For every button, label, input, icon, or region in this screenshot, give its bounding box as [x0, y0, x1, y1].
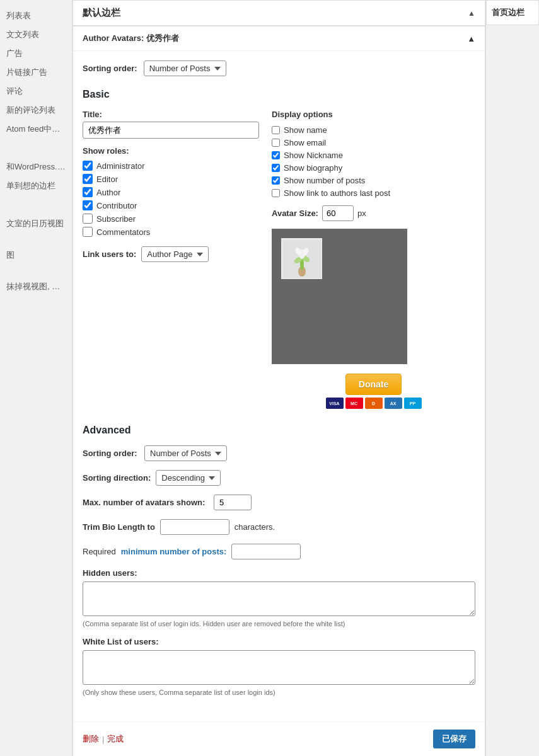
role-contributor-label: Contributor: [96, 201, 137, 210]
title-input[interactable]: [83, 122, 259, 139]
sidebar-item-8[interactable]: 和WordPress.org的链接: [0, 158, 72, 176]
advanced-section-title: Advanced: [83, 425, 475, 436]
opt-show-biography-checkbox[interactable]: [272, 164, 280, 172]
opt-show-biography-label: Show biography: [284, 163, 342, 173]
title-label: Title:: [83, 110, 259, 119]
advanced-section: Advanced Sorting order: Number of Posts …: [83, 425, 475, 696]
sidebar-item-11[interactable]: 图: [0, 246, 72, 265]
opt-show-name-checkbox[interactable]: [272, 126, 280, 134]
role-subscriber-label: Subscriber: [96, 214, 136, 224]
opt-show-name: Show name: [272, 125, 475, 135]
adv-direction-row: Sorting direction: Descending Ascending: [83, 470, 475, 486]
left-sidebar: 列表表 文文列表 广告 片链接广告 评论 新的评论列表 Atom feed中的条…: [0, 0, 72, 756]
role-subscriber: Subscriber: [83, 214, 259, 224]
adv-minimum-input[interactable]: [231, 544, 301, 559]
avatar-size-label: Avatar Size:: [272, 209, 318, 218]
adv-required-row: Required minimum number of posts:: [83, 544, 475, 559]
hidden-users-section: Hidden users: (Comma separate list of us…: [83, 568, 475, 627]
sorting-order-select[interactable]: Number of Posts Display Name Login Name: [144, 60, 226, 76]
hidden-users-textarea[interactable]: [83, 581, 475, 616]
link-users-label: Link users to:: [83, 249, 136, 259]
sidebar-item-4[interactable]: 片链接广告: [0, 63, 72, 82]
footer-left: 删除 | 完成: [83, 733, 124, 745]
link-users-select[interactable]: Author Page Last Post Website: [141, 246, 209, 262]
role-author-checkbox[interactable]: [83, 187, 93, 197]
whitelist-section: White List of users: (Only show these us…: [83, 637, 475, 696]
widget-header: Author Avatars: 优秀作者 ▲: [73, 26, 485, 51]
payment-icons: VISA MC D AX PP: [272, 398, 475, 409]
adv-max-label: Max. number of avatars shown:: [83, 498, 209, 507]
sidebar-item-10[interactable]: 文室的日历视图: [0, 214, 72, 233]
adv-sorting-label: Sorting order:: [83, 449, 139, 458]
hidden-users-label: Hidden users:: [83, 568, 475, 578]
sidebar-item-7[interactable]: Atom feed中的条目: [0, 120, 72, 139]
adv-max-input[interactable]: [214, 495, 252, 510]
opt-show-biography: Show biography: [272, 163, 475, 173]
widget-footer: 删除 | 完成 已保存: [73, 721, 485, 756]
hidden-users-hint: (Comma separate list of user login ids. …: [83, 620, 475, 627]
opt-show-num-posts-label: Show number of posts: [284, 176, 365, 185]
role-commentators: Commentators: [83, 227, 259, 237]
adv-direction-label: Sorting direction:: [83, 473, 151, 483]
role-editor-checkbox[interactable]: [83, 174, 93, 184]
opt-show-nickname-checkbox[interactable]: [272, 151, 280, 159]
sidebar-item-5[interactable]: 评论: [0, 82, 72, 101]
link-users-row: Link users to: Author Page Last Post Web…: [83, 246, 259, 262]
opt-show-name-label: Show name: [284, 125, 327, 135]
adv-trim-label: Trim Bio Length to: [83, 522, 155, 532]
role-editor-label: Editor: [96, 175, 118, 184]
sorting-order-label: Sorting order:: [83, 64, 137, 73]
opt-show-email-label: Show email: [284, 138, 326, 147]
right-panel-header: 首页边栏: [486, 0, 539, 25]
delete-link[interactable]: 删除: [83, 733, 99, 745]
role-contributor: Contributor: [83, 200, 259, 210]
sidebar-item-6[interactable]: 新的评论列表: [0, 101, 72, 120]
opt-show-email-checkbox[interactable]: [272, 139, 280, 147]
sidebar-item-1[interactable]: 列表表: [0, 6, 72, 25]
show-roles-label: Show roles:: [83, 146, 259, 156]
basic-columns: Title: Show roles: Administrator Editor: [83, 110, 475, 409]
role-commentators-checkbox[interactable]: [83, 227, 93, 237]
basic-section-title: Basic: [83, 89, 475, 100]
sorting-order-row: Sorting order: Number of Posts Display N…: [83, 60, 475, 76]
opt-show-num-posts-checkbox[interactable]: [272, 176, 280, 185]
adv-max-row: Max. number of avatars shown:: [83, 495, 475, 510]
done-link[interactable]: 完成: [107, 733, 124, 745]
sidebar-item-2[interactable]: 文文列表: [0, 25, 72, 44]
basic-left-col: Title: Show roles: Administrator Editor: [83, 110, 259, 409]
visa-icon: VISA: [326, 398, 344, 409]
adv-trim-input[interactable]: [160, 519, 229, 535]
disc-icon: D: [365, 398, 383, 409]
panel-title: 默认边栏: [83, 7, 120, 19]
widget-panel: Author Avatars: 优秀作者 ▲ Sorting order: Nu…: [72, 26, 485, 756]
adv-trim-unit: characters.: [235, 522, 275, 532]
save-button[interactable]: 已保存: [433, 730, 475, 748]
panel-collapse-icon[interactable]: ▲: [468, 9, 475, 18]
amex-icon: AX: [385, 398, 402, 409]
sidebar-item-9[interactable]: 单到想的边栏: [0, 176, 72, 195]
adv-trim-row: Trim Bio Length to characters.: [83, 519, 475, 535]
avatar-size-input[interactable]: [322, 205, 354, 221]
adv-direction-select[interactable]: Descending Ascending: [156, 470, 221, 486]
role-administrator: Administrator: [83, 161, 259, 171]
opt-show-num-posts: Show number of posts: [272, 176, 475, 185]
role-administrator-checkbox[interactable]: [83, 161, 93, 171]
pp-icon: PP: [404, 398, 422, 409]
opt-show-email: Show email: [272, 138, 475, 147]
widget-collapse-icon[interactable]: ▲: [467, 34, 475, 43]
sidebar-item-3[interactable]: 广告: [0, 44, 72, 63]
widget-body: Sorting order: Number of Posts Display N…: [73, 51, 485, 715]
main-content: 默认边栏 ▲ Author Avatars: 优秀作者 ▲ Sorting or…: [72, 0, 485, 756]
donate-button[interactable]: Donate: [345, 374, 402, 395]
role-contributor-checkbox[interactable]: [83, 200, 93, 210]
adv-sorting-select[interactable]: Number of Posts Display Name Login Name: [144, 445, 227, 461]
opt-show-last-post-label: Show link to authors last post: [284, 188, 390, 198]
opt-show-last-post: Show link to authors last post: [272, 188, 475, 198]
adv-required-label: Required: [83, 547, 116, 556]
title-field-row: Title:: [83, 110, 259, 139]
whitelist-textarea[interactable]: [83, 650, 475, 685]
role-subscriber-checkbox[interactable]: [83, 214, 93, 224]
footer-separator: |: [102, 735, 104, 744]
sidebar-item-12[interactable]: 抹掉视视图, 或者Yo...: [0, 277, 72, 296]
opt-show-last-post-checkbox[interactable]: [272, 189, 280, 197]
